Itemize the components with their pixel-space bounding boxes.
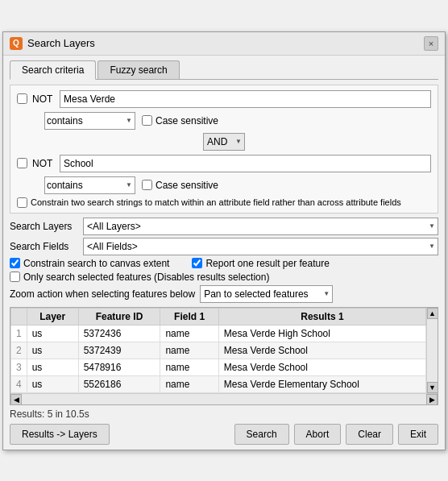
and-operator-row: AND OR <box>17 133 431 151</box>
and-select[interactable]: AND OR <box>203 133 245 151</box>
options-row-2: Only search selected features (Disables … <box>10 272 438 283</box>
app-icon: Q <box>10 37 23 50</box>
case-sensitive-text-2: Case sensitive <box>156 180 218 191</box>
cell-num: 4 <box>11 375 27 392</box>
case-sensitive-checkbox-2[interactable] <box>142 180 152 190</box>
results-layers-button[interactable]: Results -> Layers <box>10 424 110 445</box>
search-layers-row: Search Layers <All Layers> <box>10 218 438 235</box>
cell-feature-id: 5372436 <box>78 325 160 342</box>
search-button[interactable]: Search <box>234 424 289 445</box>
clear-button[interactable]: Clear <box>346 424 393 445</box>
exit-button[interactable]: Exit <box>398 424 438 445</box>
case-sensitive-2: Case sensitive <box>142 180 218 191</box>
tab-search-criteria[interactable]: Search criteria <box>10 60 96 80</box>
criteria-text-input-2[interactable] <box>60 155 431 172</box>
cell-layer: us <box>27 325 78 342</box>
search-layers-select[interactable]: <All Layers> <box>83 218 438 235</box>
operator-select-2[interactable]: contains does not contain equals starts … <box>44 176 135 194</box>
cell-num: 1 <box>11 325 27 342</box>
operator-select-wrapper-1: contains does not contain equals starts … <box>44 112 135 130</box>
table-wrapper: Layer Feature ID Field 1 Results 1 1 us … <box>10 308 438 393</box>
constrain-strings-text: Constrain two search strings to match wi… <box>31 197 401 207</box>
table-row[interactable]: 2 us 5372439 name Mesa Verde School <box>11 342 426 359</box>
search-selected-checkbox[interactable] <box>10 272 20 282</box>
col-field1: Field 1 <box>160 308 218 325</box>
zoom-action-select-wrapper: Pan to selected features Zoom to selecte… <box>200 285 333 303</box>
results-table: Layer Feature ID Field 1 Results 1 1 us … <box>10 308 426 393</box>
status-text: Results: 5 in 10.5s <box>10 408 89 420</box>
cell-num: 2 <box>11 342 27 359</box>
close-button[interactable]: × <box>424 36 438 51</box>
cell-feature-id: 5526186 <box>78 375 160 392</box>
search-selected-label: Only search selected features (Disables … <box>23 272 269 283</box>
cell-layer: us <box>27 342 78 359</box>
not-checkbox-2[interactable] <box>17 158 27 168</box>
title-bar: Q Search Layers × <box>3 32 445 56</box>
cell-result: Mesa Verde School <box>218 342 425 359</box>
col-num <box>11 308 27 325</box>
zoom-action-label: Zoom action when selecting features belo… <box>10 288 195 300</box>
cell-feature-id: 5372439 <box>78 342 160 359</box>
window-title: Search Layers <box>27 37 95 49</box>
cell-field: name <box>160 375 218 392</box>
cell-result: Mesa Verde Elementary School <box>218 375 425 392</box>
abort-button[interactable]: Abort <box>294 424 342 445</box>
table-row[interactable]: 4 us 5526186 name Mesa Verde Elementary … <box>11 375 426 392</box>
cell-field: name <box>160 342 218 359</box>
case-sensitive-1: Case sensitive <box>142 115 218 126</box>
not-label-2: NOT <box>32 158 55 169</box>
window-content: Search criteria Fuzzy search NOT contain… <box>3 56 445 450</box>
zoom-action-select[interactable]: Pan to selected features Zoom to selecte… <box>200 285 333 303</box>
scrollbar-up-button[interactable]: ▲ <box>427 308 438 319</box>
h-scrollbar-track[interactable] <box>22 394 426 404</box>
operator-select-wrapper-2: contains does not contain equals starts … <box>44 176 135 194</box>
tab-bar: Search criteria Fuzzy search <box>10 60 438 80</box>
constrain-strings-label: Constrain two search strings to match wi… <box>17 197 431 208</box>
table-row[interactable]: 3 us 5478916 name Mesa Verde School <box>11 359 426 375</box>
scrollbar-track[interactable] <box>427 319 438 382</box>
case-sensitive-text-1: Case sensitive <box>156 115 218 126</box>
table-body: 1 us 5372436 name Mesa Verde High School… <box>11 325 426 392</box>
scrollbar-down-button[interactable]: ▼ <box>427 382 438 393</box>
case-sensitive-checkbox-1[interactable] <box>142 115 152 126</box>
cell-result: Mesa Verde School <box>218 359 425 375</box>
report-one-label: Report one result per feature <box>205 258 329 269</box>
constrain-canvas-checkbox[interactable] <box>10 258 20 268</box>
search-criteria-section: NOT contains does not contain equals sta… <box>10 85 438 214</box>
search-selected-item: Only search selected features (Disables … <box>10 272 269 283</box>
table-scroll: Layer Feature ID Field 1 Results 1 1 us … <box>10 308 426 393</box>
tab-fuzzy-search[interactable]: Fuzzy search <box>97 60 179 79</box>
status-bar: Results: 5 in 10.5s <box>10 408 438 420</box>
report-one-checkbox[interactable] <box>192 258 202 268</box>
results-table-container: Layer Feature ID Field 1 Results 1 1 us … <box>10 307 438 405</box>
button-row: Results -> Layers Search Abort Clear Exi… <box>10 424 438 445</box>
table-row[interactable]: 1 us 5372436 name Mesa Verde High School <box>11 325 426 342</box>
zoom-action-row: Zoom action when selecting features belo… <box>10 285 438 303</box>
horizontal-scrollbar[interactable]: ◀ ▶ <box>10 393 438 404</box>
cell-field: name <box>160 325 218 342</box>
cell-num: 3 <box>11 359 27 375</box>
cell-layer: us <box>27 359 78 375</box>
constrain-strings-row: Constrain two search strings to match wi… <box>17 197 431 208</box>
report-one-item: Report one result per feature <box>192 258 329 269</box>
col-layer: Layer <box>27 308 78 325</box>
cell-field: name <box>160 359 218 375</box>
scrollbar-left-button[interactable]: ◀ <box>10 394 22 405</box>
criteria-row-2: NOT <box>17 155 431 172</box>
operator-select-1[interactable]: contains does not contain equals starts … <box>44 112 135 130</box>
operator-row-2: contains does not contain equals starts … <box>44 176 431 194</box>
criteria-text-input-1[interactable] <box>60 90 431 108</box>
search-fields-select-wrapper: <All Fields> <box>83 238 438 255</box>
constrain-strings-checkbox[interactable] <box>17 197 27 208</box>
options-row-1: Constrain search to canvas extent Report… <box>10 258 438 269</box>
scrollbar-right-button[interactable]: ▶ <box>426 394 438 405</box>
search-fields-select[interactable]: <All Fields> <box>83 238 438 255</box>
title-bar-left: Q Search Layers <box>10 37 95 50</box>
and-select-wrapper: AND OR <box>203 133 245 151</box>
not-label-1: NOT <box>32 93 55 105</box>
right-buttons: Search Abort Clear Exit <box>234 424 438 445</box>
vertical-scrollbar[interactable]: ▲ ▼ <box>426 308 438 393</box>
search-fields-row: Search Fields <All Fields> <box>10 238 438 255</box>
not-checkbox-1[interactable] <box>17 93 27 104</box>
search-fields-label: Search Fields <box>10 241 78 252</box>
